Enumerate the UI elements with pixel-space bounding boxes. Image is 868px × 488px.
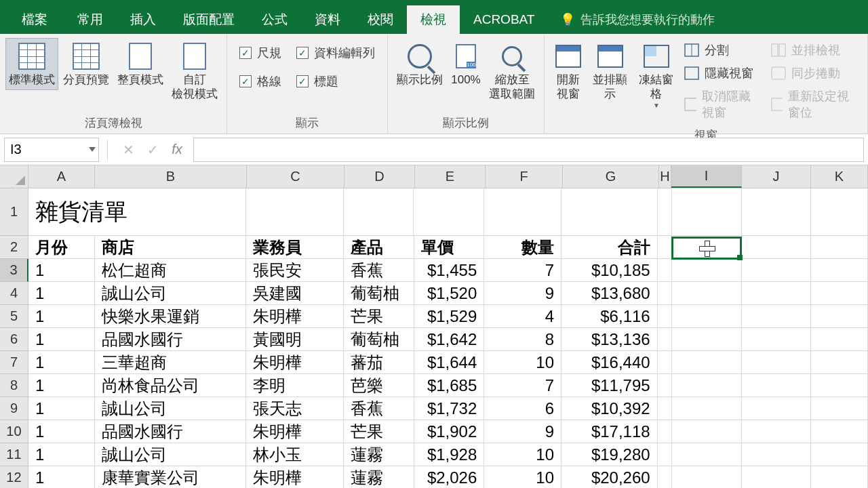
cell[interactable] bbox=[672, 305, 743, 328]
cell-salesperson[interactable]: 張天志 bbox=[246, 397, 344, 420]
cell-salesperson[interactable]: 朱明樺 bbox=[246, 351, 344, 374]
cell-store[interactable]: 尚林食品公司 bbox=[95, 374, 246, 397]
cell[interactable] bbox=[811, 443, 868, 466]
row-header-5[interactable]: 5 bbox=[0, 305, 28, 328]
cell[interactable] bbox=[658, 443, 672, 466]
cell[interactable] bbox=[672, 259, 743, 282]
col-header-K[interactable]: K bbox=[811, 165, 868, 188]
arrange-all-button[interactable]: 並排顯示 bbox=[588, 38, 633, 105]
cell-store[interactable]: 誠山公司 bbox=[95, 397, 246, 420]
cell-price[interactable]: $1,642 bbox=[414, 328, 485, 351]
cell[interactable] bbox=[658, 351, 672, 374]
cell-product[interactable]: 蓮霧 bbox=[344, 466, 414, 488]
tab-data[interactable]: 資料 bbox=[301, 5, 354, 34]
zoom-100-button[interactable]: 100 100% bbox=[448, 38, 484, 90]
cell-total[interactable]: $13,680 bbox=[561, 282, 658, 305]
cell[interactable] bbox=[811, 236, 868, 259]
row-header-7[interactable]: 7 bbox=[0, 351, 28, 374]
cell-qty[interactable]: 10 bbox=[484, 466, 561, 488]
cell-price[interactable]: $2,026 bbox=[414, 466, 485, 488]
cell[interactable] bbox=[658, 420, 672, 443]
cell[interactable] bbox=[811, 328, 868, 351]
cell-product[interactable]: 香蕉 bbox=[344, 397, 414, 420]
cell-product[interactable]: 蓮霧 bbox=[344, 443, 414, 466]
cell-store[interactable]: 誠山公司 bbox=[95, 282, 246, 305]
cell-price[interactable]: $1,644 bbox=[414, 351, 485, 374]
row-header-2[interactable]: 2 bbox=[0, 236, 28, 259]
cell-product[interactable]: 香蕉 bbox=[344, 259, 414, 282]
cell-qty[interactable]: 10 bbox=[484, 351, 561, 374]
cell[interactable] bbox=[742, 328, 811, 351]
cell-price[interactable]: $1,529 bbox=[414, 305, 485, 328]
gridlines-checkbox[interactable]: ✓格線 bbox=[239, 73, 281, 89]
header-qty[interactable]: 數量 bbox=[484, 236, 561, 259]
col-header-B[interactable]: B bbox=[95, 165, 247, 188]
cell-total[interactable]: $16,440 bbox=[561, 351, 658, 374]
row-header-8[interactable]: 8 bbox=[0, 374, 28, 397]
cell[interactable] bbox=[672, 397, 743, 420]
row-header-1[interactable]: 1 bbox=[0, 188, 28, 236]
formulabar-checkbox[interactable]: ✓資料編輯列 bbox=[296, 45, 375, 61]
formula-input[interactable] bbox=[193, 138, 864, 162]
normal-view-button[interactable]: 標準模式 bbox=[5, 38, 58, 90]
cell-product[interactable]: 蕃茄 bbox=[344, 351, 414, 374]
tab-insert[interactable]: 插入 bbox=[117, 5, 170, 34]
cell[interactable] bbox=[811, 351, 868, 374]
cell-month[interactable]: 1 bbox=[28, 443, 95, 466]
row-header-10[interactable]: 10 bbox=[0, 420, 28, 443]
cell[interactable] bbox=[246, 188, 344, 236]
cell[interactable] bbox=[811, 374, 868, 397]
cell[interactable] bbox=[658, 236, 672, 259]
col-header-H[interactable]: H bbox=[659, 165, 671, 188]
cell-salesperson[interactable]: 林小玉 bbox=[246, 443, 344, 466]
col-header-D[interactable]: D bbox=[344, 165, 415, 188]
row-header-11[interactable]: 11 bbox=[0, 443, 28, 466]
cell[interactable] bbox=[658, 466, 672, 488]
cell-total[interactable]: $20,260 bbox=[561, 466, 658, 488]
cell-salesperson[interactable]: 朱明樺 bbox=[246, 466, 344, 488]
cell-store[interactable]: 品國水國行 bbox=[95, 420, 246, 443]
freeze-panes-button[interactable]: 凍結窗格 ▼ bbox=[634, 38, 679, 113]
header-product[interactable]: 產品 bbox=[344, 236, 414, 259]
cell[interactable] bbox=[658, 397, 672, 420]
row-header-4[interactable]: 4 bbox=[0, 282, 28, 305]
select-all-corner[interactable] bbox=[0, 165, 28, 188]
cell[interactable] bbox=[742, 305, 811, 328]
tab-review[interactable]: 校閱 bbox=[354, 5, 407, 34]
cell-price[interactable]: $1,732 bbox=[414, 397, 485, 420]
custom-view-button[interactable]: 自訂 檢視模式 bbox=[168, 38, 221, 105]
cell-qty[interactable]: 9 bbox=[484, 420, 561, 443]
cell-month[interactable]: 1 bbox=[28, 328, 95, 351]
cell[interactable] bbox=[414, 188, 484, 236]
cell[interactable] bbox=[672, 328, 743, 351]
col-header-A[interactable]: A bbox=[28, 165, 95, 188]
cell-product[interactable]: 芒果 bbox=[344, 420, 414, 443]
cell[interactable] bbox=[672, 351, 743, 374]
col-header-G[interactable]: G bbox=[563, 165, 659, 188]
cell-month[interactable]: 1 bbox=[28, 351, 95, 374]
cell[interactable] bbox=[742, 466, 811, 488]
cell[interactable] bbox=[561, 188, 658, 236]
cell-store[interactable]: 松仁超商 bbox=[95, 259, 246, 282]
cell-qty[interactable]: 9 bbox=[484, 282, 561, 305]
cell-store[interactable]: 品國水國行 bbox=[95, 328, 246, 351]
cell-qty[interactable]: 4 bbox=[484, 305, 561, 328]
cell-month[interactable]: 1 bbox=[28, 397, 95, 420]
cell-total[interactable]: $10,185 bbox=[561, 259, 658, 282]
fx-button[interactable]: fx bbox=[165, 138, 189, 162]
pagelayout-view-button[interactable]: 整頁模式 bbox=[114, 38, 167, 90]
cell-price[interactable]: $1,455 bbox=[414, 259, 485, 282]
cell-qty[interactable]: 7 bbox=[484, 259, 561, 282]
cell-month[interactable]: 1 bbox=[28, 420, 95, 443]
cell-product[interactable]: 葡萄柚 bbox=[344, 328, 414, 351]
cell[interactable] bbox=[811, 282, 868, 305]
tab-acrobat[interactable]: ACROBAT bbox=[460, 7, 548, 33]
zoom-selection-button[interactable]: 縮放至 選取範圍 bbox=[486, 38, 538, 105]
tab-formulas[interactable]: 公式 bbox=[248, 5, 301, 34]
tab-home[interactable]: 常用 bbox=[64, 5, 117, 34]
cell[interactable] bbox=[811, 259, 868, 282]
cell-month[interactable]: 1 bbox=[28, 259, 95, 282]
cell[interactable] bbox=[672, 236, 743, 259]
header-month[interactable]: 月份 bbox=[28, 236, 95, 259]
cell[interactable] bbox=[811, 420, 868, 443]
